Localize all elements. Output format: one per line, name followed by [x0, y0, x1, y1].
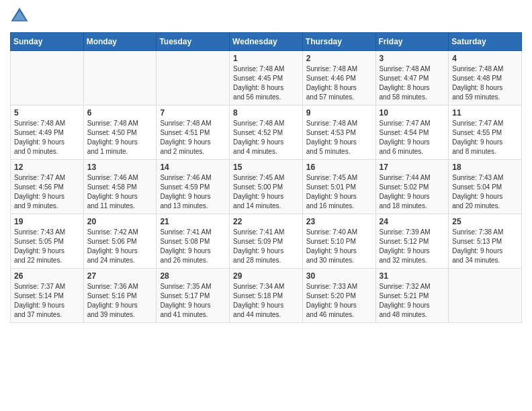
day-cell: 27Sunrise: 7:36 AM Sunset: 5:16 PM Dayli…: [83, 269, 157, 323]
day-info: Sunrise: 7:46 AM Sunset: 4:58 PM Dayligh…: [87, 173, 153, 211]
day-cell: 20Sunrise: 7:42 AM Sunset: 5:06 PM Dayli…: [83, 214, 157, 269]
day-number: 27: [87, 271, 153, 281]
day-header-monday: Monday: [83, 33, 157, 51]
day-number: 11: [452, 108, 518, 118]
day-cell: 6Sunrise: 7:48 AM Sunset: 4:50 PM Daylig…: [83, 105, 157, 160]
day-cell: 23Sunrise: 7:40 AM Sunset: 5:10 PM Dayli…: [302, 214, 375, 269]
day-cell: 28Sunrise: 7:35 AM Sunset: 5:17 PM Dayli…: [157, 269, 230, 323]
day-cell: [157, 51, 230, 105]
day-info: Sunrise: 7:48 AM Sunset: 4:50 PM Dayligh…: [87, 119, 153, 156]
day-number: 16: [306, 163, 372, 172]
day-header-friday: Friday: [375, 33, 449, 51]
day-cell: 12Sunrise: 7:47 AM Sunset: 4:56 PM Dayli…: [11, 160, 84, 214]
day-cell: 26Sunrise: 7:37 AM Sunset: 5:14 PM Dayli…: [11, 269, 84, 323]
day-number: 22: [233, 217, 299, 226]
day-number: 8: [233, 108, 299, 118]
day-info: Sunrise: 7:41 AM Sunset: 5:08 PM Dayligh…: [160, 228, 226, 265]
day-cell: 16Sunrise: 7:45 AM Sunset: 5:01 PM Dayli…: [302, 160, 375, 214]
day-info: Sunrise: 7:48 AM Sunset: 4:53 PM Dayligh…: [306, 119, 372, 156]
day-number: 5: [14, 108, 80, 118]
day-cell: 30Sunrise: 7:33 AM Sunset: 5:20 PM Dayli…: [302, 269, 375, 323]
day-header-tuesday: Tuesday: [157, 33, 230, 51]
day-info: Sunrise: 7:43 AM Sunset: 5:04 PM Dayligh…: [452, 173, 518, 211]
day-number: 6: [87, 108, 153, 118]
day-info: Sunrise: 7:48 AM Sunset: 4:46 PM Dayligh…: [306, 64, 372, 102]
day-cell: 5Sunrise: 7:48 AM Sunset: 4:49 PM Daylig…: [11, 105, 84, 160]
day-cell: 10Sunrise: 7:47 AM Sunset: 4:54 PM Dayli…: [375, 105, 449, 160]
day-cell: 31Sunrise: 7:32 AM Sunset: 5:21 PM Dayli…: [375, 269, 449, 323]
day-info: Sunrise: 7:45 AM Sunset: 5:00 PM Dayligh…: [233, 173, 299, 211]
day-info: Sunrise: 7:42 AM Sunset: 5:06 PM Dayligh…: [87, 228, 153, 265]
day-number: 4: [452, 54, 518, 63]
day-info: Sunrise: 7:36 AM Sunset: 5:16 PM Dayligh…: [87, 282, 153, 320]
day-number: 17: [380, 163, 445, 172]
day-header-sunday: Sunday: [11, 33, 84, 51]
day-number: 18: [452, 163, 518, 172]
day-info: Sunrise: 7:44 AM Sunset: 5:02 PM Dayligh…: [380, 173, 445, 211]
day-number: 29: [233, 271, 299, 281]
day-number: 2: [306, 54, 372, 63]
day-info: Sunrise: 7:48 AM Sunset: 4:45 PM Dayligh…: [233, 64, 299, 102]
day-number: 24: [380, 217, 445, 226]
day-number: 14: [160, 163, 226, 172]
day-cell: 19Sunrise: 7:43 AM Sunset: 5:05 PM Dayli…: [11, 214, 84, 269]
day-cell: 14Sunrise: 7:46 AM Sunset: 4:59 PM Dayli…: [157, 160, 230, 214]
day-cell: [83, 51, 157, 105]
day-cell: 9Sunrise: 7:48 AM Sunset: 4:53 PM Daylig…: [302, 105, 375, 160]
day-info: Sunrise: 7:48 AM Sunset: 4:51 PM Dayligh…: [160, 119, 226, 156]
day-number: 15: [233, 163, 299, 172]
day-number: 3: [380, 54, 445, 63]
day-info: Sunrise: 7:40 AM Sunset: 5:10 PM Dayligh…: [306, 228, 372, 265]
day-number: 19: [14, 217, 80, 226]
day-info: Sunrise: 7:33 AM Sunset: 5:20 PM Dayligh…: [306, 282, 372, 320]
day-number: 9: [306, 108, 372, 118]
day-info: Sunrise: 7:35 AM Sunset: 5:17 PM Dayligh…: [160, 282, 226, 320]
day-info: Sunrise: 7:47 AM Sunset: 4:56 PM Dayligh…: [14, 173, 80, 211]
day-cell: 8Sunrise: 7:48 AM Sunset: 4:52 PM Daylig…: [230, 105, 303, 160]
main-container: SundayMondayTuesdayWednesdayThursdayFrid…: [0, 0, 532, 333]
day-info: Sunrise: 7:48 AM Sunset: 4:49 PM Dayligh…: [14, 119, 80, 156]
day-cell: 18Sunrise: 7:43 AM Sunset: 5:04 PM Dayli…: [449, 160, 522, 214]
day-number: 1: [233, 54, 299, 63]
day-cell: 11Sunrise: 7:47 AM Sunset: 4:55 PM Dayli…: [449, 105, 522, 160]
day-cell: 3Sunrise: 7:48 AM Sunset: 4:47 PM Daylig…: [375, 51, 449, 105]
day-number: 31: [380, 271, 445, 281]
day-number: 30: [306, 271, 372, 281]
week-row-0: 1Sunrise: 7:48 AM Sunset: 4:45 PM Daylig…: [11, 51, 522, 105]
day-info: Sunrise: 7:47 AM Sunset: 4:54 PM Dayligh…: [380, 119, 445, 156]
logo-icon: [10, 7, 29, 26]
day-cell: 4Sunrise: 7:48 AM Sunset: 4:48 PM Daylig…: [449, 51, 522, 105]
week-row-2: 12Sunrise: 7:47 AM Sunset: 4:56 PM Dayli…: [11, 160, 522, 214]
day-cell: 25Sunrise: 7:38 AM Sunset: 5:13 PM Dayli…: [449, 214, 522, 269]
day-cell: 2Sunrise: 7:48 AM Sunset: 4:46 PM Daylig…: [302, 51, 375, 105]
week-row-3: 19Sunrise: 7:43 AM Sunset: 5:05 PM Dayli…: [11, 214, 522, 269]
day-header-wednesday: Wednesday: [230, 33, 303, 51]
day-info: Sunrise: 7:41 AM Sunset: 5:09 PM Dayligh…: [233, 228, 299, 265]
day-number: 13: [87, 163, 153, 172]
day-info: Sunrise: 7:46 AM Sunset: 4:59 PM Dayligh…: [160, 173, 226, 211]
day-cell: 7Sunrise: 7:48 AM Sunset: 4:51 PM Daylig…: [157, 105, 230, 160]
day-number: 21: [160, 217, 226, 226]
day-info: Sunrise: 7:45 AM Sunset: 5:01 PM Dayligh…: [306, 173, 372, 211]
day-number: 25: [452, 217, 518, 226]
day-cell: 17Sunrise: 7:44 AM Sunset: 5:02 PM Dayli…: [375, 160, 449, 214]
day-info: Sunrise: 7:48 AM Sunset: 4:48 PM Dayligh…: [452, 64, 518, 102]
header: [10, 7, 522, 26]
day-number: 23: [306, 217, 372, 226]
week-row-1: 5Sunrise: 7:48 AM Sunset: 4:49 PM Daylig…: [11, 105, 522, 160]
day-info: Sunrise: 7:34 AM Sunset: 5:18 PM Dayligh…: [233, 282, 299, 320]
day-number: 26: [14, 271, 80, 281]
day-cell: 29Sunrise: 7:34 AM Sunset: 5:18 PM Dayli…: [230, 269, 303, 323]
day-header-saturday: Saturday: [449, 33, 522, 51]
day-info: Sunrise: 7:47 AM Sunset: 4:55 PM Dayligh…: [452, 119, 518, 156]
day-cell: [11, 51, 84, 105]
day-cell: 1Sunrise: 7:48 AM Sunset: 4:45 PM Daylig…: [230, 51, 303, 105]
day-info: Sunrise: 7:39 AM Sunset: 5:12 PM Dayligh…: [380, 228, 445, 265]
calendar-table: SundayMondayTuesdayWednesdayThursdayFrid…: [10, 32, 522, 323]
day-info: Sunrise: 7:38 AM Sunset: 5:13 PM Dayligh…: [452, 228, 518, 265]
day-cell: 24Sunrise: 7:39 AM Sunset: 5:12 PM Dayli…: [375, 214, 449, 269]
day-cell: 22Sunrise: 7:41 AM Sunset: 5:09 PM Dayli…: [230, 214, 303, 269]
week-row-4: 26Sunrise: 7:37 AM Sunset: 5:14 PM Dayli…: [11, 269, 522, 323]
day-number: 20: [87, 217, 153, 226]
day-number: 10: [380, 108, 445, 118]
